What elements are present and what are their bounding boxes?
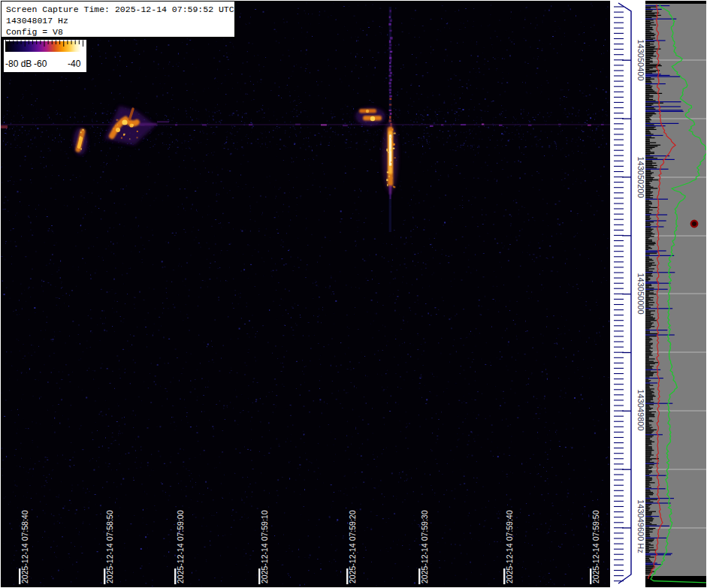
time-label: 2025-12-14 07:58:50 — [105, 510, 114, 583]
waterfall-spectrogram[interactable]: 2025-12-14 07:58:402025-12-14 07:58:5020… — [1, 1, 610, 588]
frequency-label: 143050400 — [636, 39, 645, 80]
frequency-label: 143050000 — [636, 273, 645, 314]
time-label: 2025-12-14 07:59:10 — [260, 510, 269, 583]
time-label: 2025-12-14 07:59:20 — [348, 510, 357, 583]
frequency-label: 143050200 — [636, 156, 645, 198]
center-frequency-text: 143048017 Hz — [6, 15, 234, 26]
live-spectrum-panel[interactable] — [645, 1, 707, 588]
capture-info-box: Screen Capture Time: 2025-12-14 07:59:52… — [1, 1, 236, 38]
time-label: 2025-12-14 07:58:40 — [20, 510, 29, 583]
legend-label-max: -40 — [68, 59, 80, 69]
color-scale-legend: -80 dB -60 -40 — [4, 40, 86, 72]
legend-label-min: -80 dB — [5, 59, 32, 69]
spectrogram-window: 2025-12-14 07:58:402025-12-14 07:58:5020… — [0, 0, 707, 588]
legend-tick-ruler — [4, 40, 86, 48]
frequency-label: 143049800 — [636, 389, 645, 430]
red-dot-marker — [691, 221, 697, 227]
config-text: Config = V8 — [6, 26, 234, 38]
time-label: 2025-12-14 07:59:50 — [591, 510, 600, 583]
frequency-axis: 1430504001430502001430500001430498001430… — [610, 1, 645, 588]
frequency-label: 143049600 Hz — [636, 499, 645, 553]
time-label: 2025-12-14 07:59:00 — [176, 510, 185, 583]
time-label: 2025-12-14 07:59:30 — [420, 510, 429, 583]
legend-label-mid: -60 — [34, 59, 47, 69]
time-label: 2025-12-14 07:59:40 — [505, 510, 514, 583]
capture-time-text: Screen Capture Time: 2025-12-14 07:59:52… — [6, 4, 234, 15]
